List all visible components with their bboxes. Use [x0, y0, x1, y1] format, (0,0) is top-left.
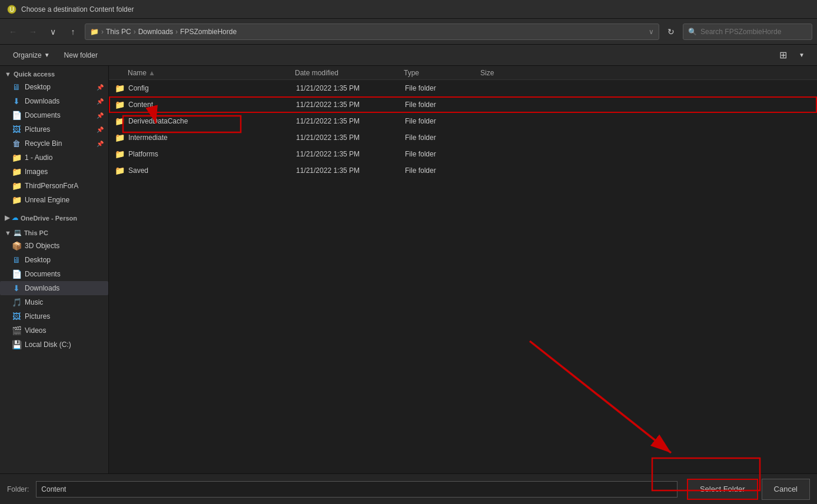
new-folder-button[interactable]: New folder: [58, 48, 104, 63]
onedrive-chevron: ▶: [5, 214, 9, 222]
pictures-pc-icon: 🖼: [12, 312, 21, 321]
pin-icon-2: 📌: [97, 98, 104, 105]
desktop-pc-icon: 🖥: [12, 255, 21, 265]
table-row[interactable]: 📁 DerivedDataCache 11/21/2022 1:35 PM Fi…: [109, 113, 817, 129]
thispc-chevron: ▼: [5, 229, 11, 236]
pictures-quick-icon: 🖼: [12, 125, 21, 134]
sidebar-item-documents-pc[interactable]: 📄 Documents: [0, 267, 108, 281]
select-folder-button[interactable]: Select Folder: [687, 479, 758, 500]
main-area: ▼ Quick access 🖥 Desktop 📌 ⬇ Downloads 📌…: [0, 66, 817, 473]
path-thispc: This PC: [106, 28, 131, 36]
music-icon: 🎵: [12, 298, 21, 307]
sidebar-item-desktop-pc[interactable]: 🖥 Desktop: [0, 253, 108, 267]
pin-icon-4: 📌: [97, 126, 104, 133]
sort-icon: ▲: [148, 69, 155, 77]
path-folder-icon: 📁: [90, 28, 99, 36]
organize-button[interactable]: Organize ▼: [7, 48, 56, 63]
search-icon: 🔍: [688, 28, 697, 36]
view-dropdown-button[interactable]: ▼: [793, 48, 810, 63]
videos-icon: 🎬: [12, 326, 21, 335]
recyclebin-icon: 🗑: [12, 139, 21, 148]
thirdperson-icon: 📁: [12, 181, 21, 191]
forward-button[interactable]: →: [25, 24, 41, 40]
file-list: 📁 Config 11/21/2022 1:35 PM File folder …: [109, 80, 817, 473]
onedrive-header[interactable]: ▶ ☁ OneDrive - Person: [0, 212, 108, 224]
title-bar-icon: U: [7, 5, 16, 14]
folder-icon-2: 📁: [115, 116, 125, 126]
path-downloads: Downloads: [138, 28, 173, 36]
downloads-pc-icon: ⬇: [12, 283, 21, 293]
table-row-content[interactable]: 📁 Content 11/21/2022 1:35 PM File folder: [109, 96, 817, 113]
col-header-type[interactable]: Type: [399, 69, 476, 77]
search-input[interactable]: [700, 28, 807, 36]
sidebar-item-images[interactable]: 📁 Images: [0, 165, 108, 179]
view-dropdown-icon: ▼: [799, 52, 805, 58]
search-box[interactable]: 🔍: [683, 24, 812, 40]
view-button[interactable]: ⊞: [775, 48, 791, 63]
table-row[interactable]: 📁 Intermediate 11/21/2022 1:35 PM File f…: [109, 129, 817, 146]
cancel-button[interactable]: Cancel: [762, 479, 810, 500]
sidebar-item-audio[interactable]: 📁 1 - Audio: [0, 151, 108, 165]
sidebar-item-localdisk[interactable]: 💾 Local Disk (C:): [0, 338, 108, 352]
back-button[interactable]: ←: [5, 24, 21, 40]
file-area: Name ▲ Date modified Type Size 📁 Config …: [109, 66, 817, 473]
table-row[interactable]: 📁 Platforms 11/21/2022 1:35 PM File fold…: [109, 146, 817, 162]
desktop-quick-icon: 🖥: [12, 82, 21, 92]
unreal-icon: 📁: [12, 195, 21, 205]
localdisk-icon: 💾: [12, 340, 21, 349]
folder-input[interactable]: [36, 481, 677, 498]
organize-chevron-icon: ▼: [44, 52, 50, 58]
pin-icon-3: 📌: [97, 112, 104, 119]
col-header-name[interactable]: Name ▲: [114, 69, 290, 77]
address-path[interactable]: 📁 › This PC › Downloads › FPSZombieHorde…: [85, 24, 659, 40]
sidebar-item-3dobjects[interactable]: 📦 3D Objects: [0, 239, 108, 253]
table-row[interactable]: 📁 Config 11/21/2022 1:35 PM File folder: [109, 80, 817, 96]
col-header-date[interactable]: Date modified: [290, 69, 399, 77]
sidebar-item-videos[interactable]: 🎬 Videos: [0, 323, 108, 338]
documents-quick-icon: 📄: [12, 111, 21, 120]
path-dropdown-icon[interactable]: ∨: [649, 28, 654, 36]
toolbar: Organize ▼ New folder ⊞ ▼: [0, 45, 817, 66]
sidebar-item-pictures-quick[interactable]: 🖼 Pictures 📌: [0, 122, 108, 136]
sidebar-item-desktop-quick[interactable]: 🖥 Desktop 📌: [0, 80, 108, 94]
documents-pc-icon: 📄: [12, 269, 21, 279]
sidebar-item-documents-quick[interactable]: 📄 Documents 📌: [0, 108, 108, 122]
address-bar: ← → ∨ ↑ 📁 › This PC › Downloads › FPSZom…: [0, 19, 817, 45]
sidebar-item-downloads-quick[interactable]: ⬇ Downloads 📌: [0, 94, 108, 108]
thispc-icon: 💻: [14, 229, 22, 236]
pin-icon: 📌: [97, 84, 104, 91]
title-bar-title: Choose a destination Content folder: [21, 5, 134, 14]
table-row[interactable]: 📁 Saved 11/21/2022 1:35 PM File folder: [109, 162, 817, 179]
view-icon: ⊞: [779, 49, 787, 61]
folder-icon-4: 📁: [115, 149, 125, 159]
folder-icon-3: 📁: [115, 133, 125, 142]
title-bar: U Choose a destination Content folder: [0, 0, 817, 19]
col-header-size[interactable]: Size: [476, 69, 534, 77]
quick-access-chevron: ▼: [5, 71, 11, 78]
sidebar-item-recyclebin[interactable]: 🗑 Recycle Bin 📌: [0, 136, 108, 151]
sidebar-item-pictures-pc[interactable]: 🖼 Pictures: [0, 309, 108, 323]
pin-icon-5: 📌: [97, 141, 104, 147]
bottom-buttons: Select Folder Cancel: [687, 479, 810, 500]
thispc-header[interactable]: ▼ 💻 This PC: [0, 226, 108, 239]
svg-text:U: U: [9, 6, 14, 13]
up-button[interactable]: ↑: [65, 24, 81, 40]
quick-access-header[interactable]: ▼ Quick access: [0, 68, 108, 80]
downloads-quick-icon: ⬇: [12, 96, 21, 106]
3dobjects-icon: 📦: [12, 241, 21, 251]
sidebar-item-downloads-pc[interactable]: ⬇ Downloads: [0, 281, 108, 295]
down-button[interactable]: ∨: [45, 24, 61, 40]
sidebar-item-unreal[interactable]: 📁 Unreal Engine: [0, 193, 108, 207]
sidebar: ▼ Quick access 🖥 Desktop 📌 ⬇ Downloads 📌…: [0, 66, 109, 473]
sidebar-item-music[interactable]: 🎵 Music: [0, 295, 108, 309]
folder-label: Folder:: [7, 485, 29, 493]
path-fpszombie: FPSZombieHorde: [180, 28, 237, 36]
refresh-button[interactable]: ↻: [663, 24, 679, 40]
folder-icon-1: 📁: [115, 100, 125, 109]
sidebar-item-thirdperson[interactable]: 📁 ThirdPersonForA: [0, 179, 108, 193]
folder-icon-0: 📁: [115, 84, 125, 93]
column-header-row: Name ▲ Date modified Type Size: [109, 66, 817, 80]
onedrive-icon: ☁: [12, 214, 18, 222]
folder-icon-5: 📁: [115, 166, 125, 175]
bottom-bar: Folder: Select Folder Cancel: [0, 473, 817, 504]
